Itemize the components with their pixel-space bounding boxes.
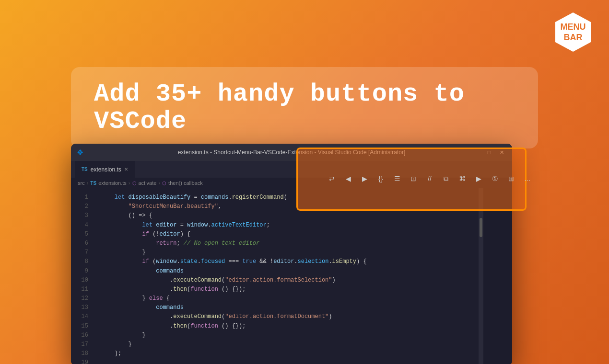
bc-callback: then() callback (168, 180, 203, 186)
bc-activate-icon: ⬡ (132, 181, 137, 186)
toolbar-btn-split[interactable]: ⊞ (504, 172, 518, 185)
tab-lang: TS (82, 167, 88, 172)
toolbar-btn-list[interactable]: ☰ (390, 172, 404, 185)
vscode-toolbar: ⇄ ◀ ▶ {} ☰ ⊡ // ⧉ ⌘ ▶ ① ⊞ … (321, 170, 538, 187)
close-button[interactable]: ✕ (497, 148, 506, 157)
bc-src: src (78, 180, 85, 186)
title-bar: ❖ extension.ts - Shortcut-Menu-Bar-VSCod… (71, 144, 512, 161)
editor-tab[interactable]: TS extension.ts ✕ (75, 161, 135, 178)
title-bar-text: extension.ts - Shortcut-Menu-Bar-VSCode-… (178, 149, 406, 156)
bc-sep3: › (158, 180, 160, 186)
svg-text:BAR: BAR (564, 33, 583, 42)
minimap (483, 188, 512, 364)
bc-ts: TS (90, 181, 96, 186)
toolbar-btn-more[interactable]: … (521, 172, 534, 185)
editor-area: 12345 678910 1112131415 16171819 let dis… (71, 188, 512, 364)
window-controls: – □ ✕ (472, 148, 506, 157)
headline-card: Add 35+ handy buttons to VSCode (71, 67, 538, 148)
menubar-logo: MENU BAR (551, 11, 595, 54)
toolbar-btn-prev[interactable]: ◀ (341, 172, 355, 185)
toolbar-btn-transform[interactable]: ⇄ (325, 172, 339, 185)
toolbar-btn-cmd[interactable]: ⌘ (456, 172, 469, 185)
toolbar-btn-braces[interactable]: {} (374, 172, 387, 185)
scrollbar-thumb (480, 218, 482, 237)
tab-close-icon[interactable]: ✕ (124, 167, 128, 172)
toolbar-btn-one[interactable]: ① (488, 172, 502, 185)
bc-sep1: › (87, 180, 89, 186)
toolbar-btn-next[interactable]: ▶ (358, 172, 371, 185)
bc-sep2: › (129, 180, 130, 186)
toolbar-btn-image[interactable]: ⊡ (407, 172, 420, 185)
bc-filename: extension.ts (98, 180, 127, 186)
bc-callback-icon: ⬡ (162, 181, 166, 186)
toolbar-btn-run[interactable]: ▶ (472, 172, 485, 185)
headline-text: Add 35+ handy buttons to VSCode (94, 80, 515, 135)
vscode-icon: ❖ (77, 148, 83, 157)
toolbar-btn-copy[interactable]: ⧉ (439, 172, 453, 185)
maximize-button[interactable]: □ (484, 148, 494, 157)
minimize-button[interactable]: – (472, 148, 481, 157)
svg-text:MENU: MENU (561, 22, 586, 32)
code-content[interactable]: let disposableBeautify = commands.regist… (94, 188, 479, 364)
bc-activate: activate (139, 180, 157, 186)
editor-scrollbar[interactable] (479, 188, 483, 364)
tab-filename: extension.ts (91, 166, 121, 173)
svg-marker-0 (555, 12, 591, 52)
toolbar-btn-comment[interactable]: // (423, 172, 436, 185)
line-numbers: 12345 678910 1112131415 16171819 (71, 188, 94, 364)
